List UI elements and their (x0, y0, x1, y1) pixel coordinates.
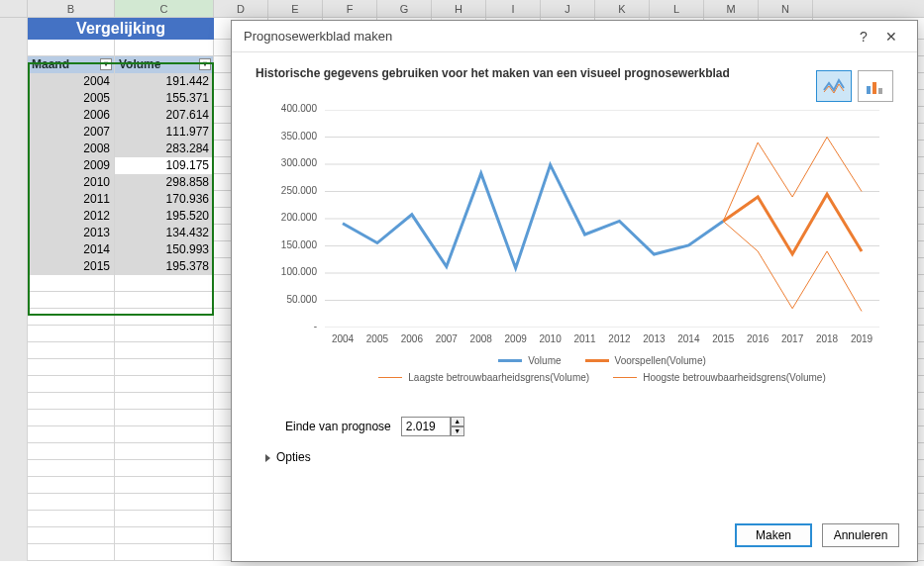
col-header-D[interactable]: D (214, 0, 268, 17)
filter-icon[interactable]: ▾ (199, 58, 211, 70)
table-cell[interactable]: 2006 (28, 107, 115, 124)
col-header-C[interactable]: C (115, 0, 214, 17)
col-header-K[interactable]: K (595, 0, 650, 17)
table-header-maand[interactable]: Maand▾ (28, 56, 115, 73)
svg-rect-2 (878, 88, 882, 94)
table-cell[interactable]: 2011 (28, 191, 115, 208)
table-cell[interactable]: 2014 (28, 241, 115, 258)
series-Hoogste betrouwbaarheidsgrens(Volume) (723, 138, 862, 222)
chart-legend: Volume Voorspellen(Volume) Laagste betro… (325, 355, 879, 389)
col-header-E[interactable]: E (268, 0, 323, 17)
table-cell[interactable]: 2005 (28, 90, 115, 107)
col-header-M[interactable]: M (704, 0, 759, 17)
table-cell[interactable]: 155.371 (115, 90, 214, 107)
create-button[interactable]: Maken (735, 523, 812, 547)
table-cell[interactable]: 191.442 (115, 73, 214, 90)
table-cell[interactable]: 2008 (28, 141, 115, 157)
forecast-chart: -50.000100.000150.000200.000250.000300.0… (265, 110, 889, 407)
svg-rect-0 (867, 86, 871, 94)
forecast-dialog: Prognosewerkblad maken ? ✕ Historische g… (231, 20, 918, 562)
table-cell[interactable]: 2007 (28, 124, 115, 141)
help-icon[interactable]: ? (850, 21, 877, 52)
table-cell[interactable]: 2010 (28, 174, 115, 191)
forecast-end-control: Einde van prognose ▲ ▼ (285, 417, 893, 436)
series-Laagste betrouwbaarheidsgrens(Volume) (723, 222, 862, 312)
spin-down-button[interactable]: ▼ (451, 426, 464, 436)
end-input[interactable] (401, 417, 451, 436)
series-Voorspellen(Volume) (723, 194, 862, 254)
table-cell[interactable]: 111.977 (115, 124, 214, 141)
table-header-volume[interactable]: Volume▾ (115, 56, 214, 73)
chevron-right-icon (265, 454, 270, 462)
end-label: Einde van prognose (285, 420, 391, 433)
col-header-B[interactable]: B (28, 0, 115, 17)
table-cell[interactable]: 283.284 (115, 141, 214, 157)
table-cell[interactable]: 2004 (28, 73, 115, 90)
chart-type-line-button[interactable] (816, 70, 852, 102)
table-cell[interactable]: 2013 (28, 225, 115, 241)
col-header-N[interactable]: N (759, 0, 813, 17)
merged-title: Vergelijking (28, 18, 214, 40)
col-header-G[interactable]: G (377, 0, 432, 17)
dialog-titlebar: Prognosewerkblad maken ? ✕ (232, 21, 917, 52)
table-cell[interactable]: 134.432 (115, 225, 214, 241)
col-header-F[interactable]: F (323, 0, 377, 17)
table-cell[interactable]: 150.993 (115, 241, 214, 258)
col-header-I[interactable]: I (486, 0, 541, 17)
bar-chart-icon (864, 76, 887, 96)
chart-type-bar-button[interactable] (858, 70, 893, 102)
col-header-H[interactable]: H (432, 0, 486, 17)
rowcol-corner[interactable] (0, 0, 28, 17)
legend-forecast: Voorspellen(Volume) (615, 355, 706, 366)
dialog-subtitle: Historische gegevens gebruiken voor het … (256, 66, 893, 80)
table-cell[interactable]: 109.175 (115, 157, 214, 174)
table-cell[interactable]: 195.520 (115, 208, 214, 225)
col-header-L[interactable]: L (650, 0, 704, 17)
line-chart-icon (822, 76, 846, 96)
spin-up-button[interactable]: ▲ (451, 417, 464, 426)
y-axis: -50.000100.000150.000200.000250.000300.0… (265, 103, 321, 334)
col-header-J[interactable]: J (541, 0, 595, 17)
legend-upper: Hoogste betrouwbaarheidsgrens(Volume) (643, 372, 826, 383)
close-icon[interactable]: ✕ (877, 21, 905, 52)
legend-lower: Laagste betrouwbaarheidsgrens(Volume) (408, 372, 589, 383)
svg-rect-1 (873, 82, 876, 94)
series-Volume (343, 165, 723, 268)
table-cell[interactable]: 207.614 (115, 107, 214, 124)
x-axis: 2004200520062007200820092010201120122013… (325, 333, 879, 349)
table-cell[interactable]: 2009 (28, 157, 115, 174)
options-expander[interactable]: Opties (265, 450, 893, 464)
legend-volume: Volume (528, 355, 561, 366)
table-cell[interactable]: 2015 (28, 258, 115, 275)
table-cell[interactable]: 170.936 (115, 191, 214, 208)
filter-icon[interactable]: ▾ (100, 58, 112, 70)
dialog-title: Prognosewerkblad maken (244, 21, 392, 52)
table-cell[interactable]: 195.378 (115, 258, 214, 275)
column-headers: B C D E F G H I J K L M N (0, 0, 924, 18)
table-cell[interactable]: 298.858 (115, 174, 214, 191)
table-cell[interactable]: 2012 (28, 208, 115, 225)
cancel-button[interactable]: Annuleren (822, 523, 899, 547)
chart-plot (325, 110, 879, 328)
